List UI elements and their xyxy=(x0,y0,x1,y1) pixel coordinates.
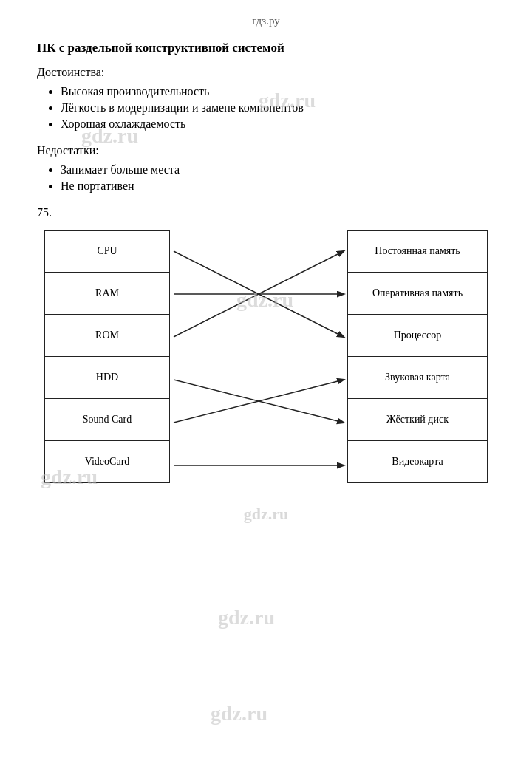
task-number: 75. xyxy=(37,206,495,219)
svg-line-3 xyxy=(174,380,344,423)
box-cpu-ru: Процессор xyxy=(347,314,488,357)
box-ram-ru: Оперативная память xyxy=(347,272,488,315)
svg-line-0 xyxy=(174,251,344,337)
page: гдз.ру ПК с раздельной конструктивной си… xyxy=(0,0,532,553)
footer-watermark: gdz.ru xyxy=(37,505,495,524)
box-hdd: HDD xyxy=(44,356,170,399)
list-item: Высокая производительность xyxy=(61,85,495,98)
list-item: Хорошая охлаждаемость xyxy=(61,117,495,131)
box-rom: ROM xyxy=(44,314,170,357)
cons-label: Недостатки: xyxy=(37,144,495,157)
right-column: Постоянная память Оперативная память Про… xyxy=(347,230,488,482)
box-soundcard-ru: Звуковая карта xyxy=(347,356,488,399)
pros-label: Достоинства: xyxy=(37,66,495,79)
svg-line-2 xyxy=(174,251,344,337)
box-videocard: VideoCard xyxy=(44,440,170,483)
left-column: CPU RAM ROM HDD Sound Card VideoCard xyxy=(44,230,170,482)
watermark-6: gdz.ru xyxy=(211,702,267,725)
svg-line-4 xyxy=(174,380,344,423)
cons-list: Занимает больше места Не портативен xyxy=(61,163,495,193)
list-item: Лёгкость в модернизации и замене компоне… xyxy=(61,101,495,115)
list-item: Занимает больше места xyxy=(61,163,495,177)
box-cpu: CPU xyxy=(44,230,170,273)
list-item: Не портативен xyxy=(61,180,495,193)
box-videocard-ru: Видеокарта xyxy=(347,440,488,483)
box-ram: RAM xyxy=(44,272,170,315)
site-header: гдз.ру xyxy=(37,15,495,27)
watermark-5: gdz.ru xyxy=(218,606,275,629)
diagram-table: CPU RAM ROM HDD Sound Card VideoCard xyxy=(44,230,488,482)
section-title: ПК с раздельной конструктивной системой xyxy=(37,41,495,55)
diagram-arrows xyxy=(170,230,347,487)
pros-list: Высокая производительность Лёгкость в мо… xyxy=(61,85,495,131)
box-soundcard: Sound Card xyxy=(44,398,170,441)
site-label: гдз.ру xyxy=(252,15,280,27)
diagram-container: CPU RAM ROM HDD Sound Card VideoCard xyxy=(44,230,488,482)
box-hdd-ru: Жёсткий диск xyxy=(347,398,488,441)
box-rom-ru: Постоянная память xyxy=(347,230,488,273)
